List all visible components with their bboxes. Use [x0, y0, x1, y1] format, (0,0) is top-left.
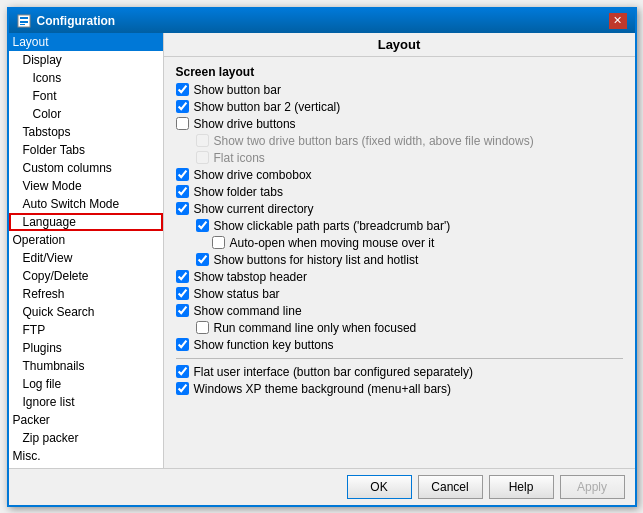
checkbox-show-tabstop-header[interactable]	[176, 270, 189, 283]
checkbox-show-function-key-buttons[interactable]	[176, 338, 189, 351]
content-area: Layout Screen layout Show button barShow…	[164, 33, 635, 468]
svg-rect-3	[20, 24, 25, 25]
sidebar-item-edit-view[interactable]: Edit/View	[9, 249, 163, 267]
sidebar-item-operation[interactable]: Operation	[9, 231, 163, 249]
sidebar-item-ignore-list[interactable]: Ignore list	[9, 393, 163, 411]
sidebar-item-quick-search[interactable]: Quick Search	[9, 303, 163, 321]
sidebar-item-log-file[interactable]: Log file	[9, 375, 163, 393]
label-show-function-key-buttons: Show function key buttons	[194, 338, 334, 352]
sidebar-item-plugins[interactable]: Plugins	[9, 339, 163, 357]
row-show-tabstop-header: Show tabstop header	[176, 270, 623, 284]
checkbox-show-buttons-history[interactable]	[196, 253, 209, 266]
checkbox-show-current-directory[interactable]	[176, 202, 189, 215]
sidebar-item-custom-columns[interactable]: Custom columns	[9, 159, 163, 177]
checkbox-show-button-bar[interactable]	[176, 83, 189, 96]
sidebar-item-folder-tabs[interactable]: Folder Tabs	[9, 141, 163, 159]
svg-rect-1	[20, 17, 28, 19]
row-show-current-directory: Show current directory	[176, 202, 623, 216]
label-show-two-drive-buttons: Show two drive button bars (fixed width,…	[214, 134, 534, 148]
configuration-dialog: Configuration ✕ LayoutDisplayIconsFontCo…	[7, 7, 637, 507]
title-bar: Configuration ✕	[9, 9, 635, 33]
flat-section: Flat user interface (button bar configur…	[176, 358, 623, 396]
label-flat-icons: Flat icons	[214, 151, 265, 165]
sidebar-item-auto-switch-mode[interactable]: Auto Switch Mode	[9, 195, 163, 213]
label-show-clickable-path: Show clickable path parts ('breadcrumb b…	[214, 219, 451, 233]
sidebar-item-packer[interactable]: Packer	[9, 411, 163, 429]
row-show-button-bar: Show button bar	[176, 83, 623, 97]
checkbox-show-button-bar-2[interactable]	[176, 100, 189, 113]
checkbox-show-drive-combobox[interactable]	[176, 168, 189, 181]
sidebar-item-font[interactable]: Font	[9, 87, 163, 105]
sidebar-item-layout[interactable]: Layout	[9, 33, 163, 51]
dialog-title: Configuration	[37, 14, 116, 28]
sidebar-item-ftp[interactable]: FTP	[9, 321, 163, 339]
flat-checkboxes-container: Flat user interface (button bar configur…	[176, 365, 623, 396]
row-show-button-bar-2: Show button bar 2 (vertical)	[176, 100, 623, 114]
ok-button[interactable]: OK	[347, 475, 412, 499]
sidebar-item-refresh[interactable]: Refresh	[9, 285, 163, 303]
row-show-function-key-buttons: Show function key buttons	[176, 338, 623, 352]
content-scroll: Screen layout Show button barShow button…	[164, 57, 635, 468]
label-show-button-bar: Show button bar	[194, 83, 281, 97]
checkbox-show-clickable-path[interactable]	[196, 219, 209, 232]
title-bar-left: Configuration	[17, 14, 116, 28]
row-show-buttons-history: Show buttons for history list and hotlis…	[176, 253, 623, 267]
checkbox-flat-icons[interactable]	[196, 151, 209, 164]
row-run-command-focused: Run command line only when focused	[176, 321, 623, 335]
label-show-drive-combobox: Show drive combobox	[194, 168, 312, 182]
checkbox-auto-open-mouse[interactable]	[212, 236, 225, 249]
label-flat-user-interface: Flat user interface (button bar configur…	[194, 365, 473, 379]
row-show-drive-combobox: Show drive combobox	[176, 168, 623, 182]
sidebar-item-misc[interactable]: Misc.	[9, 447, 163, 465]
checkbox-show-status-bar[interactable]	[176, 287, 189, 300]
checkbox-run-command-focused[interactable]	[196, 321, 209, 334]
sidebar-item-color[interactable]: Color	[9, 105, 163, 123]
row-show-clickable-path: Show clickable path parts ('breadcrumb b…	[176, 219, 623, 233]
sidebar-item-language[interactable]: Language	[9, 213, 163, 231]
row-flat-user-interface: Flat user interface (button bar configur…	[176, 365, 623, 379]
row-show-drive-buttons: Show drive buttons	[176, 117, 623, 131]
label-show-button-bar-2: Show button bar 2 (vertical)	[194, 100, 341, 114]
label-show-current-directory: Show current directory	[194, 202, 314, 216]
checkboxes-container: Show button barShow button bar 2 (vertic…	[176, 83, 623, 352]
checkbox-show-drive-buttons[interactable]	[176, 117, 189, 130]
sidebar-item-copy-delete[interactable]: Copy/Delete	[9, 267, 163, 285]
sidebar-item-thumbnails[interactable]: Thumbnails	[9, 357, 163, 375]
label-show-buttons-history: Show buttons for history list and hotlis…	[214, 253, 419, 267]
row-flat-icons: Flat icons	[176, 151, 623, 165]
sidebar: LayoutDisplayIconsFontColorTabstopsFolde…	[9, 33, 164, 468]
svg-rect-2	[20, 21, 28, 23]
content-header: Layout	[164, 33, 635, 57]
apply-button[interactable]: Apply	[560, 475, 625, 499]
label-windows-xp-theme: Windows XP theme background (menu+all ba…	[194, 382, 452, 396]
checkbox-windows-xp-theme[interactable]	[176, 382, 189, 395]
label-show-tabstop-header: Show tabstop header	[194, 270, 307, 284]
dialog-footer: OK Cancel Help Apply	[9, 468, 635, 505]
dialog-body: LayoutDisplayIconsFontColorTabstopsFolde…	[9, 33, 635, 468]
label-show-folder-tabs: Show folder tabs	[194, 185, 283, 199]
row-show-two-drive-buttons: Show two drive button bars (fixed width,…	[176, 134, 623, 148]
sidebar-item-zip-packer[interactable]: Zip packer	[9, 429, 163, 447]
checkbox-show-folder-tabs[interactable]	[176, 185, 189, 198]
checkbox-show-command-line[interactable]	[176, 304, 189, 317]
label-show-status-bar: Show status bar	[194, 287, 280, 301]
row-auto-open-mouse: Auto-open when moving mouse over it	[176, 236, 623, 250]
label-show-drive-buttons: Show drive buttons	[194, 117, 296, 131]
label-auto-open-mouse: Auto-open when moving mouse over it	[230, 236, 435, 250]
dialog-icon	[17, 14, 31, 28]
label-show-command-line: Show command line	[194, 304, 302, 318]
row-show-folder-tabs: Show folder tabs	[176, 185, 623, 199]
help-button[interactable]: Help	[489, 475, 554, 499]
cancel-button[interactable]: Cancel	[418, 475, 483, 499]
label-run-command-focused: Run command line only when focused	[214, 321, 417, 335]
sidebar-item-display[interactable]: Display	[9, 51, 163, 69]
checkbox-show-two-drive-buttons[interactable]	[196, 134, 209, 147]
row-show-command-line: Show command line	[176, 304, 623, 318]
row-windows-xp-theme: Windows XP theme background (menu+all ba…	[176, 382, 623, 396]
sidebar-item-view-mode[interactable]: View Mode	[9, 177, 163, 195]
row-show-status-bar: Show status bar	[176, 287, 623, 301]
sidebar-item-icons[interactable]: Icons	[9, 69, 163, 87]
close-button[interactable]: ✕	[609, 13, 627, 29]
sidebar-item-tabstops[interactable]: Tabstops	[9, 123, 163, 141]
checkbox-flat-user-interface[interactable]	[176, 365, 189, 378]
